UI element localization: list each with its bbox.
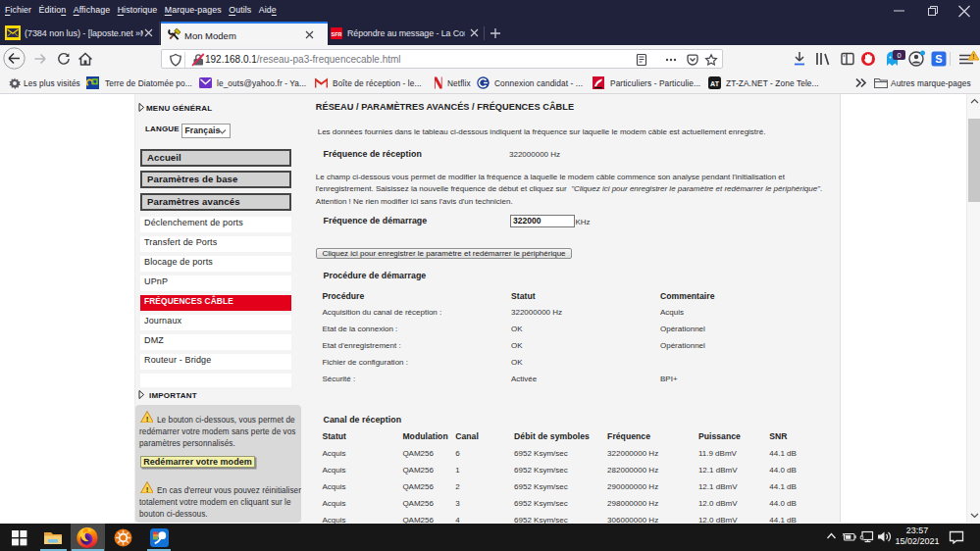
svg-text:0: 0 (897, 51, 901, 60)
svg-text:SFR: SFR (332, 31, 342, 37)
svg-text:AT: AT (710, 80, 720, 87)
svg-text:!: ! (146, 415, 149, 424)
svg-text:S: S (935, 53, 942, 65)
svg-text:!: ! (972, 53, 974, 60)
svg-text:!: ! (146, 485, 149, 494)
